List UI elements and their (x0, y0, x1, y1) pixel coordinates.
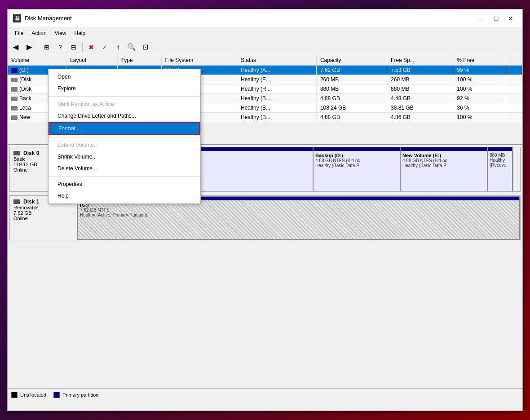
disk-management-window: 💾 Disk Management — □ ✕ File Action View… (7, 9, 523, 411)
col-pctfree: % Free (453, 55, 506, 66)
toolbar-help[interactable]: ? (54, 41, 66, 53)
menu-action[interactable]: Action (28, 29, 50, 37)
close-button[interactable]: ✕ (504, 13, 517, 23)
maximize-button[interactable]: □ (490, 13, 503, 23)
window-title: Disk Management (25, 15, 72, 22)
context-menu-item[interactable]: Shrink Volume... (49, 151, 200, 163)
volume-icon (11, 68, 18, 73)
menu-file[interactable]: File (11, 29, 27, 37)
col-volume: Volume (8, 55, 66, 66)
legend: Unallocated Primary partition (8, 388, 522, 401)
context-menu-item[interactable]: Format... (49, 122, 200, 135)
context-menu-item: Extend Volume... (49, 139, 200, 151)
toolbar-up[interactable]: ↑ (112, 41, 124, 53)
partition-detail: 7.62 GB NTFS (80, 208, 517, 212)
partition[interactable]: Backup (D:)4.88 GB NTFS (BitLocHealthy (… (314, 147, 401, 191)
legend-primary-label: Primary partition (62, 392, 98, 398)
context-menu-item[interactable]: Explore (49, 83, 200, 94)
main-content: Volume Layout Type File System Status Ca… (8, 55, 522, 401)
partition-detail: 880 MB (490, 153, 510, 158)
title-bar: 💾 Disk Management — □ ✕ (8, 9, 522, 27)
toolbar: ◀ ▶ ⊞ ? ⊟ ✖ ✓ ↑ 🔍 ⊡ (8, 39, 522, 55)
col-type: Type (117, 55, 161, 66)
toolbar-forward[interactable]: ▶ (23, 41, 35, 53)
partition[interactable]: 880 MBHealthy (Recove (488, 147, 513, 191)
volume-icon (11, 97, 18, 101)
legend-unallocated: Unallocated (11, 392, 46, 398)
partition-header (401, 147, 487, 151)
context-menu-item: Mark Partition as Active (49, 98, 200, 110)
disk-scrollbar[interactable] (513, 147, 520, 191)
context-menu-separator (49, 176, 200, 177)
menu-view[interactable]: View (51, 29, 70, 37)
context-menu-separator (49, 137, 200, 137)
legend-primary: Primary partition (53, 392, 98, 398)
disk-type: Removable (13, 205, 73, 210)
context-menu-item[interactable]: Help (49, 190, 200, 202)
col-layout: Layout (66, 55, 117, 66)
col-capacity: Capacity (316, 55, 387, 66)
toolbar-properties2[interactable]: ⊡ (139, 41, 151, 53)
toolbar-delete[interactable]: ✖ (85, 41, 97, 53)
col-status: Status (237, 55, 317, 66)
volume-icon (11, 115, 18, 120)
partition-label: New Volume (E:) (402, 153, 485, 158)
context-menu: OpenExploreMark Partition as ActiveChang… (48, 69, 201, 204)
volume-icon (11, 106, 18, 111)
disk-status: Online (13, 216, 73, 221)
col-freespace: Free Sp... (387, 55, 453, 66)
partition-label: Backup (D:) (315, 153, 398, 158)
toolbar-back[interactable]: ◀ (9, 41, 22, 53)
toolbar-sep1 (38, 42, 38, 52)
toolbar-grid[interactable]: ⊞ (40, 41, 53, 53)
disk-size: 7.62 GB (13, 210, 73, 216)
title-left: 💾 Disk Management (13, 14, 72, 22)
partition-status: Healthy (Recove (490, 158, 510, 168)
partition[interactable]: New Volume (E:)4.88 GB NTFS (BitLocHealt… (401, 147, 488, 191)
volume-icon (11, 87, 18, 92)
context-menu-item[interactable]: Properties (49, 178, 200, 190)
partition-header (314, 147, 400, 151)
context-menu-item[interactable]: Open (49, 71, 200, 83)
context-menu-item[interactable]: Change Drive Letter and Paths... (49, 110, 200, 122)
status-bar (8, 401, 522, 411)
context-menu-separator (49, 96, 200, 97)
toolbar-search[interactable]: 🔍 (125, 41, 138, 53)
minimize-button[interactable]: — (476, 13, 488, 23)
menu-help[interactable]: Help (71, 29, 89, 37)
menu-bar: File Action View Help (8, 27, 522, 39)
volume-icon (11, 78, 18, 82)
legend-primary-box (53, 392, 60, 398)
legend-unallocated-label: Unallocated (20, 392, 46, 398)
partition-status: Healthy (Basic Data P (402, 163, 485, 168)
context-menu-item[interactable]: Delete Volume... (49, 163, 200, 174)
partition-status: Healthy (Active, Primary Partition) (80, 212, 517, 217)
toolbar-sep2 (82, 42, 83, 52)
app-icon: 💾 (13, 14, 21, 22)
title-controls: — □ ✕ (476, 13, 517, 23)
partition-detail: 4.88 GB NTFS (BitLoc (315, 158, 398, 163)
partition-detail: 4.88 GB NTFS (BitLoc (402, 158, 485, 163)
partition-status: Healthy (Basic Data P (315, 163, 398, 168)
col-filesystem: File System (161, 55, 237, 66)
col-extra (506, 55, 522, 66)
legend-unallocated-box (11, 392, 18, 398)
partition-header (488, 147, 512, 151)
table-header-row: Volume Layout Type File System Status Ca… (8, 55, 522, 66)
toolbar-prop[interactable]: ⊟ (67, 41, 80, 53)
toolbar-check[interactable]: ✓ (98, 41, 111, 53)
